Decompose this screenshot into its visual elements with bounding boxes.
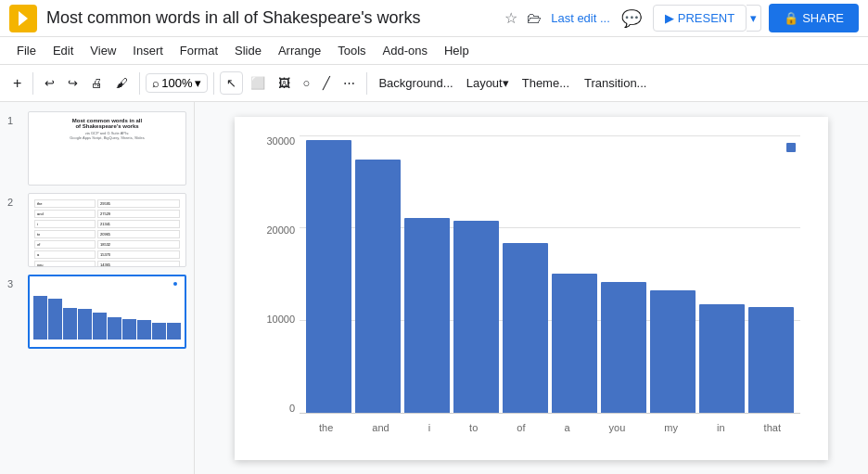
- cursor-icon: ↖: [226, 76, 236, 90]
- slide-number-1: 1: [7, 111, 20, 126]
- app-icon-triangle: [19, 11, 28, 26]
- more-tools-button[interactable]: ⋯: [338, 72, 361, 94]
- plus-icon: +: [13, 75, 21, 92]
- chart-x-axis: the and i to of a you my in that: [300, 414, 800, 442]
- toolbar-separator-1: [32, 72, 33, 95]
- x-label-you: you: [609, 422, 626, 433]
- mini-chart: [33, 293, 181, 339]
- layout-dropdown-icon: ▾: [503, 76, 509, 90]
- redo-icon: ↪: [68, 76, 78, 90]
- slide1-title: Most common words in allof Shakespeare's…: [34, 118, 180, 129]
- bar-to: [453, 221, 499, 412]
- menu-edit[interactable]: Edit: [45, 40, 81, 61]
- bar-my: [650, 290, 696, 413]
- slide1-subtitle: via GCP and G Suite APIs:Google Apps Scr…: [34, 131, 180, 140]
- toolbar-separator-3: [213, 72, 214, 95]
- present-label: PRESENT: [678, 11, 734, 25]
- slide-thumb-3[interactable]: 3: [7, 275, 186, 349]
- chart-container: 30000 20000 10000 0: [253, 135, 810, 442]
- title-action-icons: ☆ 🗁: [504, 9, 542, 27]
- menu-format[interactable]: Format: [172, 40, 225, 61]
- mini-bar-4: [78, 309, 92, 340]
- comment-button[interactable]: 💬: [618, 5, 645, 32]
- bar-the: [306, 140, 351, 412]
- mini-bar-9: [152, 323, 166, 340]
- line-tool-button[interactable]: ╱: [317, 72, 336, 94]
- transition-label: Transition...: [584, 76, 646, 90]
- theme-button[interactable]: Theme...: [517, 72, 575, 94]
- bar-a: [552, 274, 597, 413]
- toolbar-separator-4: [366, 72, 367, 95]
- undo-button[interactable]: ↩: [39, 72, 60, 94]
- menu-bar: File Edit View Insert Format Slide Arran…: [0, 37, 868, 65]
- x-label-that: that: [764, 422, 781, 433]
- menu-slide[interactable]: Slide: [227, 40, 269, 61]
- cursor-tool-button[interactable]: ↖: [220, 71, 243, 95]
- share-label: SHARE: [802, 11, 844, 25]
- textbox-tool-button[interactable]: ⬜: [245, 72, 271, 94]
- add-slide-button[interactable]: +: [7, 71, 27, 96]
- menu-addons[interactable]: Add-ons: [376, 40, 435, 61]
- zoom-control[interactable]: ⌕ 100% ▾: [146, 73, 207, 93]
- menu-file[interactable]: File: [9, 40, 44, 61]
- mini-bar-7: [122, 319, 136, 340]
- print-icon: 🖨: [91, 76, 103, 90]
- slide-preview-2[interactable]: the29595 and27529 i21341 to20965 of18532…: [28, 193, 186, 267]
- redo-button[interactable]: ↪: [62, 72, 83, 94]
- slides-panel: 1 Most common words in allof Shakespeare…: [0, 102, 195, 474]
- y-label-30000: 30000: [266, 135, 295, 147]
- shape-tool-button[interactable]: ○: [298, 72, 316, 94]
- toolbar: + ↩ ↪ 🖨 🖌 ⌕ 100% ▾ ↖ ⬜ 🖼 ○ ╱ ⋯ Backgroun…: [0, 65, 868, 102]
- last-edit-link[interactable]: Last edit ...: [551, 11, 610, 25]
- slide-preview-1[interactable]: Most common words in allof Shakespeare's…: [28, 111, 186, 186]
- zoom-dropdown-icon: ▾: [195, 76, 201, 90]
- share-button[interactable]: 🔒 SHARE: [769, 4, 859, 32]
- bar-i: [404, 218, 450, 412]
- layout-button[interactable]: Layout ▾: [461, 72, 515, 94]
- slide2-table: the29595 and27529 i21341 to20965 of18532…: [29, 194, 185, 267]
- bar-in: [699, 304, 745, 413]
- zoom-value: 100%: [161, 76, 192, 90]
- chart-area: [300, 135, 800, 414]
- present-button[interactable]: ▶ PRESENT: [653, 5, 747, 32]
- folder-icon[interactable]: 🗁: [527, 10, 542, 27]
- x-label-a: a: [564, 422, 569, 433]
- slide-number-2: 2: [7, 193, 20, 208]
- background-label: Background...: [378, 76, 453, 90]
- transition-button[interactable]: Transition...: [577, 72, 654, 94]
- document-title: Most common words in all of Shakespeare'…: [46, 8, 495, 28]
- paint-format-button[interactable]: 🖌: [110, 72, 134, 94]
- star-icon[interactable]: ☆: [504, 9, 517, 27]
- x-label-my: my: [664, 422, 678, 433]
- menu-insert[interactable]: Insert: [125, 40, 171, 61]
- app-icon: [9, 5, 37, 32]
- mini-bar-8: [137, 320, 151, 339]
- line-icon: ╱: [323, 76, 330, 90]
- slide-thumb-1[interactable]: 1 Most common words in allof Shakespeare…: [7, 111, 186, 186]
- theme-label: Theme...: [522, 76, 569, 90]
- bar-you: [601, 282, 646, 413]
- mini-bar-10: [167, 323, 181, 340]
- slide-preview-3[interactable]: [28, 275, 186, 349]
- bars-container: [300, 135, 800, 413]
- bar-and: [355, 160, 401, 412]
- slide-canvas[interactable]: 30000 20000 10000 0: [235, 117, 828, 460]
- menu-arrange[interactable]: Arrange: [271, 40, 328, 61]
- slide-number-3: 3: [7, 275, 20, 289]
- paint-icon: 🖌: [116, 76, 128, 90]
- mini-bar-6: [108, 317, 121, 339]
- main-area: 1 Most common words in allof Shakespeare…: [0, 102, 868, 474]
- present-dropdown-button[interactable]: ▾: [747, 5, 761, 32]
- print-button[interactable]: 🖨: [85, 72, 108, 94]
- slide-thumb-2[interactable]: 2 the29595 and27529 i21341 to20965 of185…: [7, 193, 186, 267]
- menu-help[interactable]: Help: [437, 40, 477, 61]
- menu-view[interactable]: View: [83, 40, 123, 61]
- x-label-the: the: [319, 422, 333, 433]
- mini-bar-3: [63, 308, 77, 339]
- bar-that: [748, 307, 794, 413]
- background-button[interactable]: Background...: [373, 72, 458, 94]
- menu-tools[interactable]: Tools: [330, 40, 373, 61]
- slide1-content: Most common words in allof Shakespeare's…: [29, 112, 185, 146]
- editor-area: 30000 20000 10000 0: [195, 102, 868, 474]
- image-tool-button[interactable]: 🖼: [273, 72, 296, 94]
